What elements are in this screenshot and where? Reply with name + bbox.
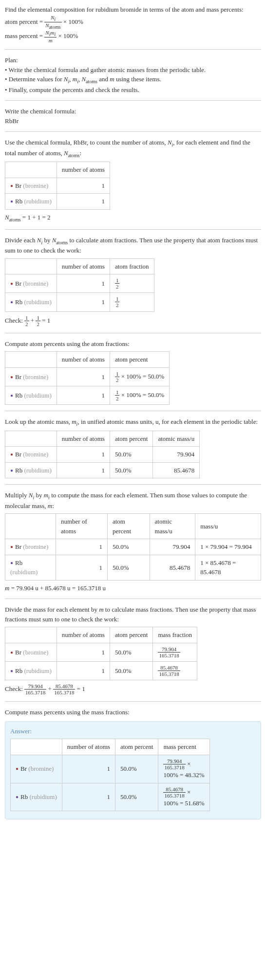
fraction: 12: [115, 296, 120, 308]
col-header: number of atoms: [57, 352, 110, 368]
plan-header: Plan:: [5, 55, 261, 65]
table-row: ●Rb (rubidium)150.0%85.4678: [5, 462, 200, 478]
cell: 50.0%: [110, 643, 153, 661]
dot-icon: ●: [16, 766, 19, 771]
fraction: 79.904165.3718: [163, 758, 185, 770]
dot-icon: ●: [10, 183, 13, 188]
step-atomfrac-text: Divide each Ni by Natoms to calculate at…: [5, 236, 261, 255]
element-name: (bromine): [21, 373, 48, 381]
dot-icon: ●: [10, 650, 13, 655]
cell: 50.0%: [110, 462, 153, 478]
text: = 1: [75, 685, 85, 692]
element-symbol: Br: [15, 451, 21, 458]
col-header: atom percent: [107, 514, 150, 539]
intro-text: Find the elemental composition for rubid…: [5, 5, 261, 15]
col-header: atom percent: [115, 739, 158, 755]
plan-bullet-3: • Finally, compute the percents and chec…: [5, 85, 261, 95]
element-symbol: Rb: [15, 198, 22, 205]
cell: 50.0%: [115, 783, 158, 811]
table-row: ●Rb (rubidium)150.0%85.4678165.3718 × 10…: [11, 783, 210, 811]
fraction: 12: [115, 277, 120, 290]
atom-fraction-table: number of atomsatom fraction ●Br (bromin…: [5, 258, 154, 312]
text: using these items.: [114, 75, 161, 83]
element-symbol: Br: [15, 649, 21, 656]
dot-icon: ●: [10, 544, 13, 549]
col-header: atom percent: [110, 352, 169, 368]
cell: 1: [62, 783, 115, 811]
fraction: 85.4678165.3718: [158, 665, 180, 677]
natoms-eq: Natoms = 1 + 1 = 2: [5, 213, 261, 223]
text: :: [52, 502, 54, 509]
fraction: Nimim: [44, 30, 57, 43]
element-name: (bromine): [21, 182, 48, 189]
element-symbol: Rb: [15, 559, 22, 566]
text: = 1: [40, 316, 50, 324]
element-symbol: Br: [15, 280, 21, 287]
atom-count-table: number of atoms ●Br (bromine)1 ●Rb (rubi…: [5, 162, 110, 210]
cell: 1: [57, 178, 110, 194]
cell: 1: [56, 555, 107, 580]
text: Multiply: [5, 491, 29, 499]
fraction: 85.4678165.3718: [53, 683, 75, 695]
text: :: [80, 149, 82, 157]
dot-icon: ●: [10, 374, 13, 380]
col-header: atomic mass/u: [153, 431, 200, 447]
table-row: ●Rb (rubidium)150.0%85.46781 × 85.4678 =…: [5, 555, 261, 580]
text: Check:: [5, 685, 24, 692]
step-atompct-text: Compute atom percents using the atom fra…: [5, 339, 261, 349]
text: Use the chemical formula, RbBr, to count…: [5, 139, 168, 146]
element-name: (rubidium): [22, 198, 52, 205]
element-symbol: Rb: [20, 793, 28, 800]
answer-label: Answer:: [10, 726, 256, 736]
fraction: 12: [115, 389, 120, 401]
table-row: ●Rb (rubidium)112: [5, 293, 154, 311]
check-eq: Check: 12 + 12 = 1: [5, 315, 261, 327]
cell: 1: [57, 367, 110, 386]
fraction: 79.904165.3718: [24, 683, 46, 695]
table-row: ●Br (bromine)112: [5, 274, 154, 293]
cell: 50.0%: [110, 447, 153, 463]
element-symbol: Br: [20, 765, 27, 772]
table-row: ●Br (bromine)112 × 100% = 50.0%: [5, 367, 170, 386]
cell: 50.0%: [107, 555, 150, 580]
atom-pct-lhs: atom percent =: [5, 18, 44, 25]
col-header: atom percent: [110, 627, 153, 643]
col-header: atom fraction: [110, 258, 154, 274]
cell: 1: [57, 447, 110, 463]
cell: 79.904: [153, 447, 200, 463]
final-table: number of atomsatom percentmass percent …: [10, 739, 210, 811]
dot-icon: ●: [10, 452, 13, 457]
table-row: ●Rb (rubidium)150.0%85.4678165.3718: [5, 661, 197, 680]
dot-icon: ●: [10, 560, 13, 565]
cell: 1: [56, 539, 107, 555]
fraction: 12: [115, 371, 120, 383]
text: 100% = 51.68%: [163, 799, 204, 807]
table-row: ●Br (bromine)1: [5, 178, 110, 194]
element-name: (rubidium): [22, 392, 52, 399]
element-name: (bromine): [21, 543, 48, 550]
element-name: (rubidium): [22, 667, 52, 674]
text: 100% = 48.32%: [163, 771, 204, 779]
final-text: Compute mass percents using the mass fra…: [5, 708, 261, 717]
fraction: NiNatoms: [44, 15, 61, 30]
text: by: [34, 491, 44, 499]
mass-pct-lhs: mass percent =: [5, 32, 44, 39]
dot-icon: ●: [10, 468, 13, 473]
element-symbol: Rb: [15, 298, 22, 306]
cell: 1: [62, 755, 115, 783]
col-header: mass percent: [158, 739, 209, 755]
col-header: mass fraction: [153, 627, 197, 643]
step-formula-header: Write the chemical formula:: [5, 107, 261, 116]
element-name: (bromine): [21, 649, 48, 656]
step-mult-text: Multiply Ni by mi to compute the mass fo…: [5, 490, 261, 510]
chemical-formula: RbBr: [5, 116, 261, 126]
dot-icon: ●: [10, 199, 13, 204]
element-name: (bromine): [21, 280, 48, 287]
col-header: atomic mass/u: [150, 514, 195, 539]
text: Check:: [5, 316, 24, 324]
col-header: number of atoms: [57, 431, 110, 447]
step-massfrac-text: Divide the mass for each element by m to…: [5, 605, 261, 624]
text: • Determine values for: [5, 75, 64, 83]
dot-icon: ●: [10, 299, 13, 305]
mass-fraction-table: number of atomsatom percentmass fraction…: [5, 627, 197, 680]
